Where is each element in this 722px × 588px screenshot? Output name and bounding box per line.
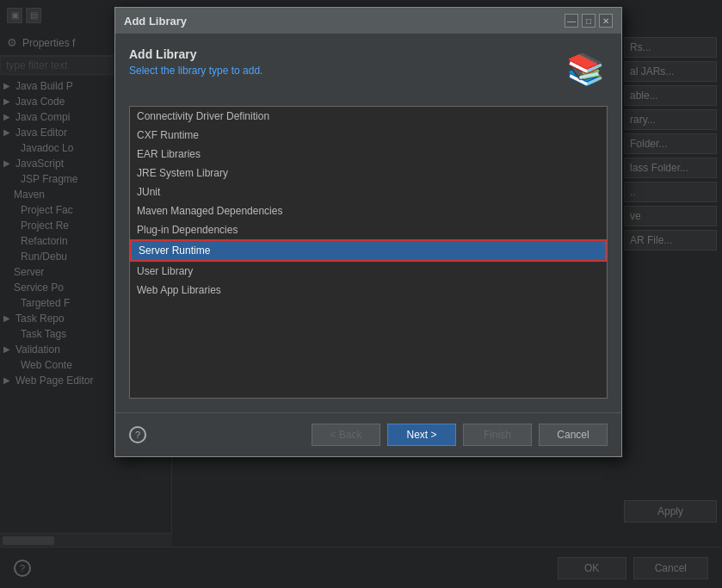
list-item-junit[interactable]: JUnit bbox=[130, 183, 607, 201]
dialog-help-icon[interactable]: ? bbox=[129, 426, 146, 443]
dialog-footer: ? < Back Next > Finish Cancel bbox=[115, 412, 621, 456]
list-item-ear[interactable]: EAR Libraries bbox=[130, 145, 607, 164]
list-item-server-runtime[interactable]: Server Runtime bbox=[130, 239, 607, 262]
next-button[interactable]: Next > bbox=[387, 424, 456, 446]
dialog-cancel-button[interactable]: Cancel bbox=[539, 424, 608, 446]
list-item-cxf[interactable]: CXF Runtime bbox=[130, 126, 607, 145]
dialog-header-section: Add Library Select the library type to a… bbox=[129, 47, 608, 92]
list-item-plugin[interactable]: Plug-in Dependencies bbox=[130, 220, 607, 239]
dialog-title: Add Library bbox=[124, 15, 187, 28]
maximize-button[interactable]: □ bbox=[582, 14, 595, 28]
dialog-titlebar: Add Library — □ ✕ bbox=[115, 8, 621, 34]
list-item-web-app[interactable]: Web App Libraries bbox=[130, 281, 607, 300]
dialog-main-title: Add Library bbox=[129, 47, 552, 61]
dialog-titlebar-controls: — □ ✕ bbox=[565, 14, 613, 28]
library-icon: 📚 bbox=[563, 47, 608, 92]
dialog-body: Add Library Select the library type to a… bbox=[115, 34, 621, 412]
list-item-connectivity[interactable]: Connectivity Driver Definition bbox=[130, 107, 607, 126]
library-list[interactable]: Connectivity Driver Definition CXF Runti… bbox=[129, 106, 608, 399]
list-item-maven[interactable]: Maven Managed Dependencies bbox=[130, 201, 607, 220]
add-library-dialog: Add Library — □ ✕ Add Library Select the… bbox=[114, 7, 622, 457]
close-button[interactable]: ✕ bbox=[599, 14, 613, 28]
dialog-header-text: Add Library Select the library type to a… bbox=[129, 47, 552, 77]
back-button[interactable]: < Back bbox=[312, 424, 380, 446]
dialog-subtitle: Select the library type to add. bbox=[129, 65, 552, 77]
list-item-jre[interactable]: JRE System Library bbox=[130, 164, 607, 183]
list-item-user-library[interactable]: User Library bbox=[130, 262, 607, 281]
finish-button[interactable]: Finish bbox=[463, 424, 532, 446]
minimize-button[interactable]: — bbox=[565, 14, 578, 28]
